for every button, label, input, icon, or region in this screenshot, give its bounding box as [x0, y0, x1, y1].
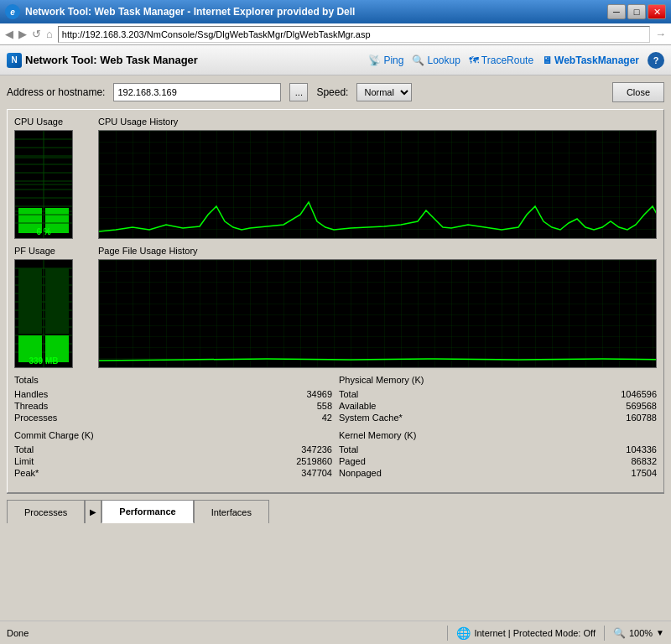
browse-button[interactable]: ...	[289, 83, 308, 101]
cpu-gauge: 6 %	[14, 130, 73, 239]
totals-section: Totals Handles 34969 Threads 558 Process…	[14, 375, 332, 423]
pf-usage-section: PF Usage	[14, 246, 90, 368]
tab-performance-label: Performance	[119, 506, 175, 517]
title-bar: e Network Tool: Web Task Manager - Inter…	[0, 0, 671, 23]
svg-rect-36	[99, 260, 656, 367]
tabs-bar: Processes ▶ Performance Interfaces	[7, 493, 664, 523]
app-title: Network Tool: Web Task Manager	[25, 54, 198, 66]
go-icon[interactable]: →	[655, 28, 666, 40]
zoom-level: 100%	[629, 628, 653, 638]
pf-row: PF Usage	[14, 246, 657, 368]
app-icon: N	[7, 53, 22, 68]
address-label: Address or hostname:	[7, 86, 105, 98]
maximize-button[interactable]: □	[627, 4, 646, 19]
window-close-button[interactable]: ✕	[648, 4, 666, 19]
commit-limit-value: 2519860	[296, 456, 332, 466]
status-divider-2	[604, 626, 605, 641]
window-title: Network Tool: Web Task Manager - Interne…	[25, 6, 355, 18]
ping-label: Ping	[383, 55, 403, 66]
cpu-history-label: CPU Usage History	[98, 117, 657, 127]
kernel-section: Kernel Memory (K) Total 104336 Paged 868…	[339, 430, 657, 479]
svg-rect-33	[18, 268, 42, 334]
back-icon[interactable]: ◀	[5, 28, 13, 40]
title-bar-left: e Network Tool: Web Task Manager - Inter…	[5, 4, 355, 19]
processes-label: Processes	[14, 413, 57, 423]
tab-processes[interactable]: Processes	[7, 500, 85, 523]
kernel-total-row: Total 104336	[339, 444, 657, 455]
tab-interfaces-label: Interfaces	[211, 507, 252, 517]
handles-row: Handles 34969	[14, 388, 332, 400]
ie-toolbar: N Network Tool: Web Task Manager 📡 Ping …	[0, 45, 671, 75]
pf-gauge-svg	[15, 260, 72, 367]
traceroute-link[interactable]: 🗺 TraceRoute	[469, 55, 533, 66]
kernel-total-label: Total	[339, 444, 358, 454]
status-center: 🌐 Internet | Protected Mode: Off	[456, 626, 596, 640]
app-logo: N Network Tool: Web Task Manager	[7, 53, 198, 68]
kernel-paged-label: Paged	[339, 456, 366, 466]
webtaskmanager-icon: 🖥	[542, 55, 552, 66]
phys-cache-row: System Cache* 160788	[339, 412, 657, 423]
lookup-label: Lookup	[427, 55, 460, 66]
forward-icon[interactable]: ▶	[18, 28, 27, 40]
processes-row: Processes 42	[14, 412, 332, 423]
commit-limit-label: Limit	[14, 456, 34, 466]
help-button[interactable]: ?	[648, 52, 664, 69]
kernel-paged-value: 86832	[631, 456, 657, 466]
address-bar: ◀ ▶ ↺ ⌂ →	[0, 23, 671, 45]
cpu-value-label: 6 %	[15, 227, 72, 236]
phys-total-label: Total	[339, 389, 358, 399]
status-divider-1	[447, 626, 448, 641]
commit-limit-row: Limit 2519860	[14, 455, 332, 467]
nav-links: 📡 Ping 🔍 Lookup 🗺 TraceRoute 🖥 WebTaskMa…	[368, 52, 664, 69]
totals-title: Totals	[14, 375, 332, 385]
pf-history-label: Page File Usage History	[98, 246, 657, 256]
kernel-title: Kernel Memory (K)	[339, 430, 657, 440]
phys-avail-value: 569568	[626, 401, 657, 411]
tab-processes-label: Processes	[24, 507, 67, 517]
webtaskmanager-link[interactable]: 🖥 WebTaskManager	[542, 55, 639, 66]
main-area: Address or hostname: ... Speed: Normal S…	[0, 75, 671, 621]
threads-label: Threads	[14, 401, 48, 411]
form-row: Address or hostname: ... Speed: Normal S…	[7, 82, 664, 102]
zoom-dropdown-icon[interactable]: ▼	[656, 628, 664, 637]
kernel-paged-row: Paged 86832	[339, 455, 657, 467]
pf-value-label: 339 MB	[15, 356, 72, 366]
hostname-input[interactable]	[113, 83, 281, 101]
threads-row: Threads 558	[14, 400, 332, 412]
processes-value: 42	[322, 413, 332, 423]
home-icon[interactable]: ⌂	[46, 28, 53, 40]
svg-rect-18	[99, 131, 656, 238]
pf-history-svg	[99, 260, 656, 367]
webtaskmanager-label: WebTaskManager	[554, 55, 639, 66]
pf-gauge: 339 MB	[14, 259, 73, 368]
cpu-usage-section: CPU Usage	[14, 117, 90, 239]
refresh-icon[interactable]: ↺	[32, 28, 41, 40]
tab-arrow[interactable]: ▶	[85, 500, 101, 523]
speed-label: Speed:	[316, 86, 348, 98]
threads-value: 558	[317, 401, 332, 411]
tab-interfaces[interactable]: Interfaces	[194, 500, 269, 523]
cpu-usage-label: CPU Usage	[14, 117, 90, 127]
phys-cache-label: System Cache*	[339, 413, 403, 423]
kernel-nonpaged-label: Nonpaged	[339, 468, 382, 478]
close-button[interactable]: Close	[612, 82, 664, 102]
commit-peak-label: Peak*	[14, 468, 39, 478]
kernel-nonpaged-value: 17504	[631, 468, 657, 478]
cpu-gauge-svg	[15, 131, 72, 238]
physical-title: Physical Memory (K)	[339, 375, 657, 385]
minimize-button[interactable]: ─	[607, 4, 626, 19]
address-input[interactable]	[58, 26, 650, 43]
tab-performance[interactable]: Performance	[101, 500, 193, 523]
traceroute-icon: 🗺	[469, 55, 479, 66]
commit-peak-row: Peak* 347704	[14, 467, 332, 479]
ping-icon: 📡	[368, 55, 381, 66]
ie-icon: e	[5, 4, 20, 19]
pf-usage-label: PF Usage	[14, 246, 90, 256]
pf-history-chart	[98, 259, 657, 368]
pf-history-section: Page File Usage History	[98, 246, 657, 368]
commit-section: Commit Charge (K) Total 347236 Limit 251…	[14, 430, 332, 479]
ping-link[interactable]: 📡 Ping	[368, 55, 403, 66]
commit-total-label: Total	[14, 444, 34, 454]
lookup-link[interactable]: 🔍 Lookup	[412, 55, 460, 66]
speed-select[interactable]: Normal Slow Fast	[356, 83, 412, 101]
